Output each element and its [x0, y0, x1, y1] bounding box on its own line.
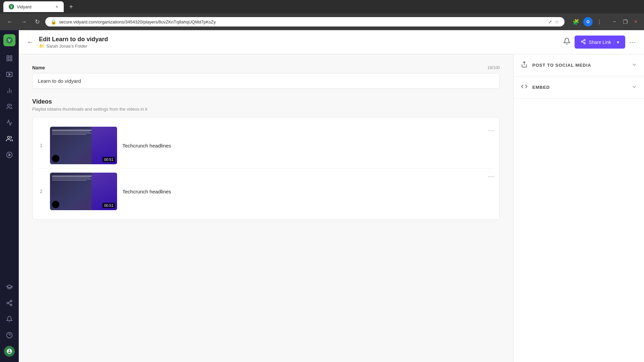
- post-social-media-section: POST TO SOCIAL MEDIA: [514, 54, 644, 76]
- name-input[interactable]: [32, 73, 500, 89]
- sidebar-item-notifications[interactable]: [3, 312, 16, 326]
- extensions-button[interactable]: 🧩: [570, 17, 582, 26]
- video-more-button-2[interactable]: ⋯: [488, 173, 494, 180]
- svg-rect-7: [10, 59, 12, 61]
- sidebar-item-users[interactable]: [3, 132, 16, 145]
- embed-header[interactable]: EMBED: [514, 76, 644, 98]
- more-options-button[interactable]: ⋯: [629, 38, 636, 46]
- svg-rect-6: [7, 59, 9, 61]
- back-button[interactable]: ←: [4, 17, 15, 27]
- sidebar-item-integrations[interactable]: [3, 296, 16, 310]
- post-social-media-title: POST TO SOCIAL MEDIA: [532, 63, 627, 68]
- sidebar-item-analytics[interactable]: [3, 84, 16, 97]
- sidebar-bottom: [3, 280, 16, 358]
- video-item: 1: [38, 123, 494, 169]
- header-subtitle: 📁 Sarah Jonas's Folder: [39, 44, 558, 49]
- embed-chevron[interactable]: [631, 84, 637, 91]
- main-area: ← Edit Learn to do vidyard 📁 Sarah Jonas…: [19, 30, 644, 362]
- videos-subtitle: Playlist obtains thumbnails and settings…: [32, 107, 500, 112]
- share-dropdown-arrow[interactable]: ▾: [614, 40, 619, 45]
- folder-icon: 📁: [39, 44, 44, 49]
- video-title-1: Techcrunch headlines: [122, 143, 494, 148]
- videos-container: 1: [32, 117, 500, 220]
- name-field-section: Name 19/100: [32, 65, 500, 89]
- browser-profile[interactable]: G: [583, 17, 593, 26]
- new-tab-button[interactable]: +: [66, 2, 76, 12]
- post-social-media-icon: [520, 61, 528, 69]
- address-bar-row: ← → ↻ 🔒 secure.vidyard.com/organizations…: [0, 13, 644, 30]
- svg-line-25: [583, 40, 584, 41]
- svg-point-23: [584, 43, 585, 44]
- embed-section: EMBED: [514, 76, 644, 99]
- back-button[interactable]: ←: [27, 38, 34, 46]
- lock-icon: 🔒: [51, 19, 56, 24]
- browser-tab-title: Vidyard: [17, 4, 32, 9]
- embed-icon: [520, 83, 528, 92]
- right-panel: POST TO SOCIAL MEDIA EMBED: [513, 54, 644, 362]
- share-link-label: Share Link: [589, 40, 611, 45]
- left-sidebar: V: [0, 30, 19, 362]
- sidebar-item-player[interactable]: [3, 148, 16, 162]
- svg-point-21: [584, 39, 585, 41]
- bookmark-icon[interactable]: ☆: [555, 19, 559, 24]
- svg-point-16: [10, 304, 12, 306]
- video-duration-1: 00:51: [102, 157, 115, 162]
- browser-chrome: V Vidyard × +: [0, 0, 644, 13]
- browser-tab[interactable]: V Vidyard ×: [3, 1, 64, 12]
- video-number-2: 2: [38, 189, 45, 194]
- share-address-icon[interactable]: ➚: [548, 19, 552, 24]
- content-wrapper: Name 19/100 Videos Playlist obtains thum…: [19, 54, 644, 362]
- video-duration-2: 00:51: [102, 203, 115, 208]
- svg-point-10: [7, 104, 10, 107]
- post-social-media-chevron[interactable]: [631, 62, 637, 69]
- window-controls: − ❐ ×: [610, 18, 640, 26]
- browser-favicon: V: [9, 4, 14, 9]
- svg-line-17: [8, 303, 10, 304]
- sidebar-item-help[interactable]: [3, 328, 16, 342]
- svg-line-18: [8, 301, 10, 302]
- bell-icon[interactable]: [563, 38, 571, 47]
- app-layout: V: [0, 30, 644, 362]
- address-bar[interactable]: 🔒 secure.vidyard.com/organizations/34543…: [45, 17, 565, 26]
- sidebar-logo[interactable]: V: [3, 34, 15, 46]
- share-link-icon: [581, 39, 586, 45]
- svg-marker-13: [9, 154, 10, 156]
- video-item: 2: [38, 169, 494, 214]
- page-title: Edit Learn to do vidyard: [39, 36, 558, 43]
- address-text: secure.vidyard.com/organizations/3454320…: [59, 19, 545, 24]
- field-header: Name 19/100: [32, 65, 500, 70]
- svg-point-11: [7, 136, 10, 139]
- browser-menu-button[interactable]: ⋮: [594, 17, 605, 26]
- browser-actions: 🧩 G ⋮: [570, 17, 605, 26]
- svg-text:V: V: [8, 38, 11, 42]
- sidebar-item-people[interactable]: [3, 100, 16, 113]
- sidebar-item-videos[interactable]: [3, 68, 16, 81]
- sidebar-avatar[interactable]: [3, 345, 16, 358]
- video-more-button-1[interactable]: ⋯: [488, 127, 494, 134]
- post-social-media-header[interactable]: POST TO SOCIAL MEDIA: [514, 54, 644, 76]
- video-thumbnail-2: 00:51: [50, 173, 117, 210]
- svg-rect-5: [10, 56, 12, 58]
- svg-point-15: [7, 302, 9, 304]
- svg-rect-4: [7, 56, 9, 58]
- editor-content: Name 19/100 Videos Playlist obtains thum…: [19, 54, 513, 362]
- share-link-button[interactable]: Share Link ▾: [575, 36, 625, 49]
- svg-text:V: V: [10, 5, 13, 9]
- tab-close-button[interactable]: ×: [56, 4, 58, 9]
- sidebar-item-reports[interactable]: [3, 116, 16, 129]
- videos-section: Videos Playlist obtains thumbnails and s…: [32, 98, 500, 220]
- svg-marker-9: [9, 73, 10, 76]
- window-close-button[interactable]: ×: [632, 18, 640, 26]
- sidebar-item-home[interactable]: [3, 52, 16, 65]
- svg-point-14: [10, 300, 12, 302]
- header-title-area: Edit Learn to do vidyard 📁 Sarah Jonas's…: [39, 36, 558, 49]
- address-icons: ➚ ☆: [548, 19, 559, 24]
- window-minimize-button[interactable]: −: [610, 18, 619, 26]
- window-maximize-button[interactable]: ❐: [620, 18, 630, 26]
- sidebar-item-graduate[interactable]: [3, 280, 16, 294]
- forward-button[interactable]: →: [18, 17, 30, 27]
- reload-button[interactable]: ↻: [32, 17, 43, 27]
- video-number-1: 1: [38, 143, 45, 148]
- video-thumbnail-1: 00:51: [50, 127, 117, 164]
- name-label: Name: [32, 65, 45, 70]
